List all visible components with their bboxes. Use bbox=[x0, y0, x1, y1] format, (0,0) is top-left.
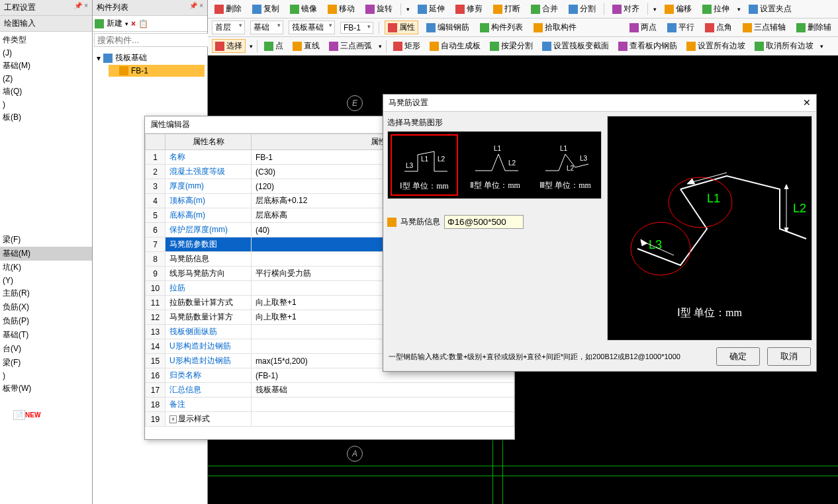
prop-row-19[interactable]: 19+显示样式 bbox=[146, 412, 514, 427]
toolbar-偏移[interactable]: 偏移 bbox=[662, 3, 694, 15]
category-item[interactable]: (Z) bbox=[0, 73, 92, 85]
draw-设置筏板变截面[interactable]: 设置筏板变截面 bbox=[539, 40, 612, 52]
combo-基础[interactable]: 基础 bbox=[250, 21, 283, 34]
category-item[interactable]: 负筋(P) bbox=[0, 314, 92, 328]
aux-三点辅轴[interactable]: 三点辅轴 bbox=[740, 21, 788, 34]
footer-hint: 一型钢筋输入格式:数量+级别+直径或级别+直径+间距*间距，如200B12或B1… bbox=[389, 352, 680, 362]
svg-text:L1: L1 bbox=[494, 145, 502, 152]
category-item[interactable]: (J) bbox=[0, 47, 92, 59]
type-option-2[interactable]: L1L2Ⅱ型 单位：mm bbox=[462, 134, 528, 196]
cancel-button[interactable]: 取消 bbox=[767, 347, 811, 366]
draw-按梁分割[interactable]: 按梁分割 bbox=[487, 40, 535, 52]
btn-属性[interactable]: 属性 bbox=[385, 21, 418, 34]
btn-构件列表[interactable]: 构件列表 bbox=[477, 21, 526, 34]
toolbar-旋转[interactable]: 旋转 bbox=[363, 3, 395, 15]
info-icon bbox=[387, 218, 396, 227]
toolbar-合并[interactable]: 合并 bbox=[528, 3, 561, 15]
svg-text:L2: L2 bbox=[508, 159, 516, 167]
prop-row-17[interactable]: 17汇总信息筏板基础 bbox=[146, 383, 514, 398]
component-tree: ▾ 筏板基础 FB-1 bbox=[93, 48, 207, 79]
axis-mark-e: E bbox=[347, 95, 363, 111]
category-item[interactable]: 基础(T) bbox=[0, 328, 92, 342]
svg-text:L1: L1 bbox=[560, 145, 568, 152]
label-l2: L2 bbox=[793, 202, 806, 215]
draw-自动生成板[interactable]: 自动生成板 bbox=[427, 40, 483, 52]
toolbar-移动[interactable]: 移动 bbox=[325, 3, 357, 15]
prop-row-18[interactable]: 18备注 bbox=[146, 398, 514, 412]
aux-平行[interactable]: 平行 bbox=[665, 21, 697, 34]
select-shape-label: 选择马凳筋图形 bbox=[387, 116, 602, 131]
info-input[interactable] bbox=[444, 215, 524, 229]
toolbar-设置夹点[interactable]: 设置夹点 bbox=[746, 3, 794, 15]
pin-icon[interactable]: 📌 × bbox=[189, 2, 203, 13]
svg-text:L2: L2 bbox=[438, 155, 445, 163]
combo-筏板基础[interactable]: 筏板基础 bbox=[289, 21, 335, 34]
toolbar-拉伸[interactable]: 拉伸 bbox=[700, 3, 732, 15]
toolbar-镜像[interactable]: 镜像 bbox=[287, 3, 320, 15]
draw-设置所有边坡[interactable]: 设置所有边坡 bbox=[684, 40, 748, 52]
category-item[interactable]: 梁(F) bbox=[0, 356, 92, 370]
toolbar-对齐[interactable]: 对齐 bbox=[610, 3, 642, 15]
category-item[interactable]: 梁(F) bbox=[0, 233, 92, 247]
toolbar-edit: 删除复制镜像移动旋转▾延伸修剪打断合并分割对齐▾偏移拉伸▾设置夹点 bbox=[208, 0, 838, 19]
copy-button[interactable]: 📋 bbox=[138, 19, 148, 28]
tree-item-fb1[interactable]: FB-1 bbox=[109, 65, 205, 77]
category-item[interactable]: ) bbox=[0, 370, 92, 382]
pin-icon[interactable]: 📌 × bbox=[74, 2, 88, 13]
toolbar-修剪[interactable]: 修剪 bbox=[453, 3, 485, 15]
left-panel: 工程设置 📌 × 绘图输入 件类型(J)基础(M)(Z)墙(Q))板(B) 梁(… bbox=[0, 0, 93, 504]
type-option-1[interactable]: L1L2L3Ⅰ型 单位：mm bbox=[391, 134, 458, 196]
combo-首层[interactable]: 首层 bbox=[212, 21, 245, 34]
type-selector: L1L2L3Ⅰ型 单位：mmL1L2Ⅱ型 单位：mmL1L3L2Ⅲ型 单位：mm bbox=[387, 131, 602, 199]
draw-直线[interactable]: 直线 bbox=[290, 40, 322, 52]
combo-FB-1[interactable]: FB-1 bbox=[340, 22, 373, 34]
category-item[interactable]: 负筋(X) bbox=[0, 300, 92, 314]
tree-root[interactable]: ▾ 筏板基础 bbox=[95, 51, 205, 65]
category-item[interactable]: 坑(K) bbox=[0, 261, 92, 274]
component-toolbar: 新建▾ × 📋 bbox=[93, 16, 207, 32]
new-icon[interactable] bbox=[95, 19, 104, 28]
draw-查看板内钢筋[interactable]: 查看板内钢筋 bbox=[616, 40, 680, 52]
col-num bbox=[146, 134, 165, 150]
panel-title-draw[interactable]: 绘图输入 bbox=[0, 16, 92, 32]
category-item[interactable]: 主筋(R) bbox=[0, 286, 92, 300]
toolbar-分割[interactable]: 分割 bbox=[566, 3, 598, 15]
btn-编辑钢筋[interactable]: 编辑钢筋 bbox=[424, 21, 472, 34]
toolbar-延伸[interactable]: 延伸 bbox=[415, 3, 447, 15]
category-item[interactable]: 基础(M) bbox=[0, 247, 92, 261]
draw-矩形[interactable]: 矩形 bbox=[391, 40, 423, 52]
ok-button[interactable]: 确定 bbox=[716, 347, 760, 366]
close-icon[interactable]: ✕ bbox=[803, 97, 811, 108]
category-item[interactable]: 墙(Q) bbox=[0, 85, 92, 99]
toolbar-draw: 选择▾点直线三点画弧▾矩形自动生成板按梁分割设置筏板变截面查看板内钢筋设置所有边… bbox=[208, 37, 838, 56]
draw-三点画弧[interactable]: 三点画弧 bbox=[326, 40, 375, 52]
category-item[interactable]: ) bbox=[0, 99, 92, 110]
draw-取消所有边坡[interactable]: 取消所有边坡 bbox=[752, 40, 816, 52]
category-list-2: 梁(F)基础(M)坑(K)(Y)主筋(R)负筋(X)负筋(P)基础(T)台(V)… bbox=[0, 231, 92, 397]
category-item[interactable]: 件类型 bbox=[0, 33, 92, 47]
category-item[interactable]: 台(V) bbox=[0, 342, 92, 356]
category-item[interactable]: 板带(W) bbox=[0, 382, 92, 396]
delete-button[interactable]: × bbox=[131, 19, 136, 28]
category-item[interactable]: 板(B) bbox=[0, 110, 92, 124]
aux-删除辅[interactable]: 删除辅 bbox=[794, 21, 834, 34]
toolbar-删除[interactable]: 删除 bbox=[212, 3, 244, 15]
toolbar-layer: 首层基础筏板基础FB-1属性编辑钢筋构件列表拾取构件两点平行点角三点辅轴删除辅 bbox=[208, 19, 838, 37]
svg-text:L2: L2 bbox=[567, 165, 575, 172]
info-row: 马凳筋信息 bbox=[387, 215, 602, 229]
category-item[interactable]: (Y) bbox=[0, 274, 92, 286]
category-item[interactable]: 基础(M) bbox=[0, 59, 92, 73]
draw-点[interactable]: 点 bbox=[261, 40, 286, 52]
aux-点角[interactable]: 点角 bbox=[702, 21, 735, 34]
dialog-footer: 一型钢筋输入格式:数量+级别+直径或级别+直径+间距*间距，如200B12或B1… bbox=[389, 347, 811, 366]
new-button[interactable]: 新建 bbox=[107, 18, 122, 29]
draw-选择[interactable]: 选择 bbox=[212, 39, 246, 53]
toolbar-打断[interactable]: 打断 bbox=[490, 3, 523, 15]
component-icon bbox=[119, 66, 128, 75]
aux-两点[interactable]: 两点 bbox=[627, 21, 659, 34]
btn-拾取构件[interactable]: 拾取构件 bbox=[531, 21, 579, 34]
search-input[interactable] bbox=[94, 33, 209, 47]
toolbar-复制[interactable]: 复制 bbox=[250, 3, 282, 15]
svg-text:L3: L3 bbox=[580, 155, 588, 162]
type-option-3[interactable]: L1L3L2Ⅲ型 单位：mm bbox=[532, 134, 598, 196]
